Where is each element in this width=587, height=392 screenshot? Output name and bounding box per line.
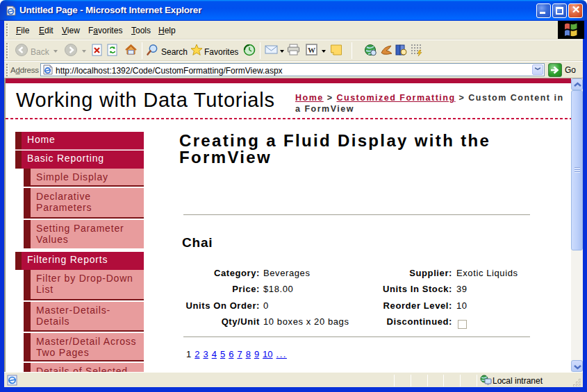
svg-text:W: W <box>308 46 315 54</box>
